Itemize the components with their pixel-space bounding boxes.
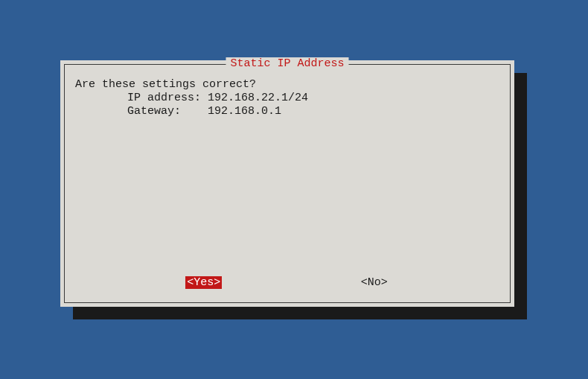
ip-address-value: 192.168.22.1/24 bbox=[208, 92, 308, 105]
prompt-text: Are these settings correct? bbox=[75, 78, 499, 92]
dialog-title: Static IP Address bbox=[226, 57, 348, 70]
yes-button[interactable]: <Yes> bbox=[185, 276, 222, 289]
button-row: <Yes> <No> bbox=[65, 276, 510, 289]
gateway-label: Gateway: bbox=[127, 105, 208, 118]
ip-address-label: IP address: bbox=[127, 92, 208, 105]
ip-address-row: IP address: 192.168.22.1/24 bbox=[75, 92, 499, 105]
no-button[interactable]: <No> bbox=[359, 276, 389, 289]
confirm-dialog: Static IP Address Are these settings cor… bbox=[64, 64, 511, 303]
dialog-content: Are these settings correct? IP address: … bbox=[75, 78, 499, 118]
gateway-row: Gateway: 192.168.0.1 bbox=[75, 105, 499, 118]
gateway-value: 192.168.0.1 bbox=[208, 105, 281, 118]
dialog-wrapper: Static IP Address Are these settings cor… bbox=[60, 60, 514, 307]
